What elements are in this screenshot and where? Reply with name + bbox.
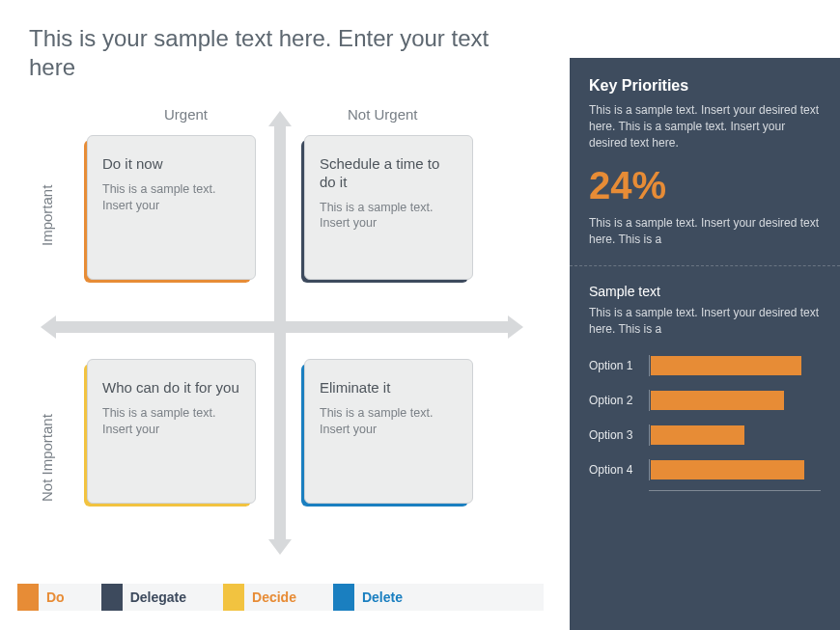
quadrant-do: Do it now This is a sample text. Insert … <box>87 135 256 280</box>
quadrant-desc: This is a sample text. Insert your <box>320 405 458 438</box>
chart-track <box>649 390 821 411</box>
swatch-icon <box>223 584 244 611</box>
sidebar-desc: This is a sample text. Insert your desir… <box>589 102 821 151</box>
percent-stat: 24% <box>589 164 821 207</box>
legend-do: Do <box>17 584 65 611</box>
axis-not-important: Not Important <box>39 414 55 502</box>
legend-label: Do <box>46 589 65 605</box>
chart-row: Option 2 <box>589 386 821 415</box>
percent-desc: This is a sample text. Insert your desir… <box>589 215 821 248</box>
axis-important: Important <box>39 185 55 246</box>
chart-track <box>649 459 821 480</box>
sidebar-panel: Key Priorities This is a sample text. In… <box>570 58 840 630</box>
sidebar-heading: Key Priorities <box>589 77 821 95</box>
quadrant-desc: This is a sample text. Insert your <box>102 181 240 214</box>
chart-track <box>649 425 821 446</box>
chart-bar <box>651 425 744 445</box>
swatch-icon <box>333 584 354 611</box>
chart-label: Option 1 <box>589 359 649 372</box>
quadrant-title: Who can do it for you <box>102 379 240 397</box>
chart-bar <box>651 460 804 479</box>
chart-row: Option 1 <box>589 351 821 380</box>
chart-bar <box>651 356 801 375</box>
quadrant-eliminate: Eliminate it This is a sample text. Inse… <box>304 359 473 504</box>
legend-bar: Do Delegate Decide Delete <box>17 584 544 611</box>
quadrant-schedule: Schedule a time to do it This is a sampl… <box>304 135 473 280</box>
chart-bar <box>651 391 784 410</box>
swatch-icon <box>17 584 39 611</box>
quadrant-title: Do it now <box>102 155 240 174</box>
quadrant-desc: This is a sample text. Insert your <box>320 200 458 233</box>
sidebar-subheading: Sample text <box>589 284 821 299</box>
legend-label: Delegate <box>130 589 186 605</box>
page-title: This is your sample text here. Enter you… <box>29 24 531 82</box>
swatch-icon <box>101 584 123 611</box>
chart-label: Option 2 <box>589 394 649 407</box>
legend-decide: Decide <box>223 584 296 611</box>
chart-row: Option 4 <box>589 455 821 484</box>
divider <box>570 265 840 266</box>
axis-urgent: Urgent <box>164 106 208 123</box>
legend-delegate: Delegate <box>101 584 186 611</box>
quadrant-title: Eliminate it <box>320 379 458 397</box>
chart-label: Option 3 <box>589 428 649 442</box>
quadrant-title: Schedule a time to do it <box>320 155 458 192</box>
axis-not-urgent: Not Urgent <box>348 106 418 123</box>
legend-delete: Delete <box>333 584 403 611</box>
chart-baseline <box>649 490 821 491</box>
eisenhower-matrix: Urgent Not Urgent Important Not Importan… <box>48 106 512 560</box>
options-bar-chart: Option 1Option 2Option 3Option 4 <box>589 351 821 491</box>
legend-label: Delete <box>362 589 403 605</box>
legend-label: Decide <box>252 589 296 605</box>
quadrant-delegate: Who can do it for you This is a sample t… <box>87 359 256 504</box>
quadrant-desc: This is a sample text. Insert your <box>102 405 240 438</box>
chart-row: Option 3 <box>589 421 821 450</box>
horizontal-axis-arrow <box>41 320 523 334</box>
sidebar-sub-desc: This is a sample text. Insert your desir… <box>589 305 821 338</box>
chart-track <box>649 355 821 376</box>
chart-label: Option 4 <box>589 463 649 477</box>
